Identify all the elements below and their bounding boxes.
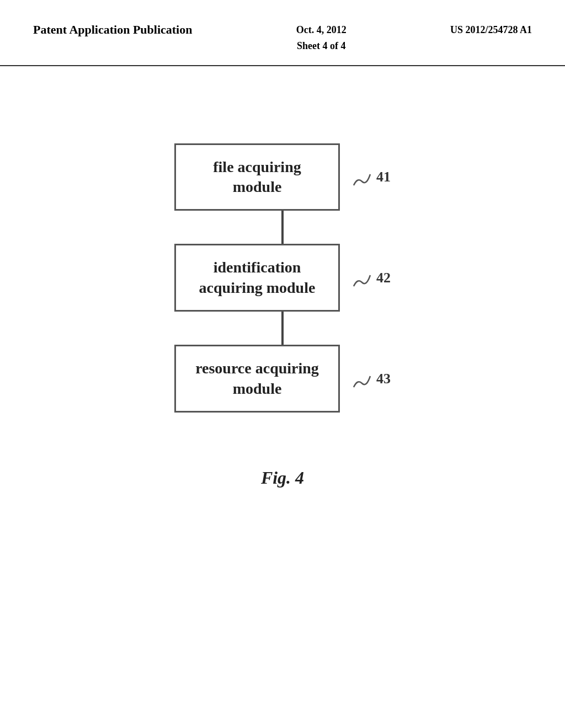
module-41-number: 41 (376, 169, 391, 185)
module-42-section: identificationacquiring module 42 (174, 244, 391, 345)
page-header: Patent Application Publication Oct. 4, 2… (0, 0, 565, 66)
resource-acquiring-module-box: resource acquiringmodule (174, 345, 340, 413)
patent-number: US 2012/254728 A1 (450, 22, 532, 38)
connector-41-42 (281, 211, 284, 244)
module-42-number: 42 (376, 270, 391, 286)
module-42-row: identificationacquiring module 42 (174, 244, 391, 312)
module-43-number: 43 (376, 371, 391, 387)
connector-42-43 (281, 312, 284, 345)
header-center: Oct. 4, 2012 Sheet 4 of 4 (296, 22, 347, 54)
module-42-label: 42 (351, 267, 391, 289)
squiggle-41-icon (351, 166, 373, 188)
figure-label: Fig. 4 (0, 468, 565, 488)
module-41-section: file acquiringmodule 41 (174, 143, 391, 244)
module-41-row: file acquiringmodule 41 (174, 143, 391, 211)
diagram-container: file acquiringmodule 41 identificationac… (0, 143, 565, 413)
module-43-label: 43 (351, 368, 391, 390)
file-acquiring-module-box: file acquiringmodule (174, 143, 340, 211)
squiggle-43-icon (351, 368, 373, 390)
publication-title: Patent Application Publication (33, 22, 192, 38)
sheet-info: Sheet 4 of 4 (297, 40, 346, 51)
module-43-section: resource acquiringmodule 43 (174, 345, 391, 413)
module-43-row: resource acquiringmodule 43 (174, 345, 391, 413)
squiggle-42-icon (351, 267, 373, 289)
module-41-label: 41 (351, 166, 391, 188)
publication-date: Oct. 4, 2012 (296, 24, 347, 35)
identification-acquiring-module-box: identificationacquiring module (174, 244, 340, 312)
